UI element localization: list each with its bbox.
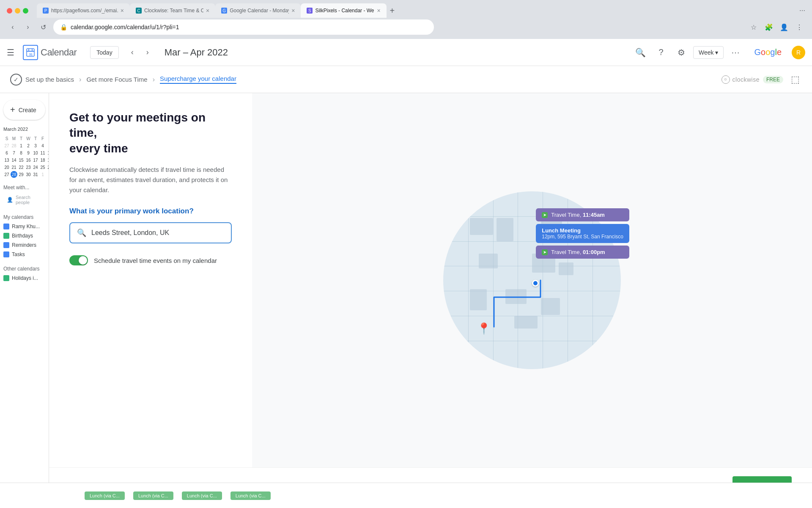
mini-day[interactable]: 1	[18, 142, 25, 149]
mini-day[interactable]: 27	[3, 171, 10, 178]
google-logo: Google	[754, 47, 782, 57]
search-people-placeholder: Search people	[16, 195, 42, 205]
mini-day[interactable]: 4	[39, 142, 46, 149]
calendar-item-holidays[interactable]: Holidays i...	[3, 273, 45, 283]
user-avatar[interactable]: R	[792, 46, 805, 59]
mini-day[interactable]: 6	[3, 149, 10, 156]
step-focus[interactable]: Get more Focus Time	[86, 76, 147, 83]
mini-day[interactable]: 18	[39, 157, 46, 163]
today-button[interactable]: Today	[90, 46, 118, 59]
map-illustration: 📍 ➤ Travel Time, 11:45am	[443, 191, 621, 369]
travel-time-card-1: ➤ Travel Time, 11:45am	[536, 208, 629, 221]
calendar-checkbox-reminders[interactable]	[3, 242, 9, 248]
apps-button[interactable]: ⋯	[727, 44, 744, 61]
travel-toggle[interactable]	[69, 255, 88, 265]
mini-day[interactable]: 23	[25, 164, 32, 171]
location-input[interactable]	[91, 229, 224, 237]
bg-calendar-strip: Lunch (via C... Lunch (via C... Lunch (v…	[0, 483, 812, 508]
calendar-name-ramy: Ramy Khu...	[12, 224, 40, 229]
bg-event-2: Lunch (via C...	[133, 491, 173, 500]
settings-button[interactable]: ⚙	[673, 44, 690, 61]
step-supercharge[interactable]: Supercharge your calendar	[160, 75, 236, 84]
minimize-button[interactable]	[15, 8, 20, 14]
calendar-item-ramy[interactable]: Ramy Khu...	[3, 222, 45, 231]
search-people-input[interactable]: 👤 Search people	[3, 192, 45, 207]
wizard-question: What is your primary work location?	[69, 207, 232, 215]
mini-day[interactable]: 3	[32, 142, 39, 149]
new-tab-button[interactable]: +	[387, 3, 398, 18]
browser-tab-4[interactable]: S SilkPixels - Calendar - Week o... ×	[301, 3, 386, 18]
mini-day[interactable]: 13	[3, 157, 10, 163]
prev-month-button[interactable]: ‹	[126, 46, 139, 59]
maximize-button[interactable]	[23, 8, 28, 14]
plus-icon: +	[10, 105, 15, 115]
browser-tab-3[interactable]: G Google Calendar - Monday, 28... ×	[215, 3, 301, 18]
mini-day[interactable]: 28	[11, 142, 17, 149]
mini-day[interactable]: 25	[39, 164, 46, 171]
reload-button[interactable]: ↺	[37, 21, 49, 33]
mini-day[interactable]: 31	[32, 171, 39, 178]
mini-day[interactable]: 1	[39, 171, 46, 178]
tab-close-4[interactable]: ×	[377, 7, 380, 14]
forward-nav-button[interactable]: ›	[22, 21, 34, 33]
step-navigation: ✓ Set up the basics › Get more Focus Tim…	[10, 74, 715, 86]
mini-day[interactable]: 9	[25, 149, 32, 156]
calendar-item-reminders[interactable]: Reminders	[3, 240, 45, 250]
location-input-container[interactable]: 🔍	[69, 222, 232, 243]
extension-icon[interactable]: 🧩	[763, 21, 775, 33]
calendar-item-tasks[interactable]: Tasks	[3, 250, 45, 259]
sidebar-toggle-icon[interactable]: ☰	[7, 47, 14, 58]
exit-wizard-button[interactable]: ⬚	[788, 73, 802, 86]
menu-icon[interactable]: ⋮	[793, 21, 805, 33]
travel-card-2-label: Travel Time, 01:00pm	[551, 249, 605, 255]
mini-day[interactable]: 29	[18, 171, 25, 178]
mini-day[interactable]: 20	[3, 164, 10, 171]
mini-day[interactable]: 14	[11, 157, 17, 163]
other-calendars-label: Other calendars	[3, 266, 45, 272]
mini-day[interactable]: 10	[32, 149, 39, 156]
calendar-item-birthdays[interactable]: Birthdays	[3, 231, 45, 240]
mini-day[interactable]: 17	[32, 157, 39, 163]
mini-day[interactable]: 7	[11, 149, 17, 156]
mini-day[interactable]: 24	[32, 164, 39, 171]
calendar-checkbox-tasks[interactable]	[3, 251, 9, 257]
mini-day[interactable]: 16	[25, 157, 32, 163]
mini-day[interactable]: 27	[3, 142, 10, 149]
close-button[interactable]	[7, 8, 12, 14]
create-label: Create	[19, 107, 36, 113]
browser-tab-2[interactable]: C Clockwise: Team Time & Calen... ×	[130, 3, 215, 18]
step-arrow-1: ›	[79, 76, 81, 83]
tab-close-3[interactable]: ×	[291, 7, 295, 14]
mini-day[interactable]: 11	[39, 149, 46, 156]
next-month-button[interactable]: ›	[141, 46, 154, 59]
step-supercharge-label: Supercharge your calendar	[160, 75, 236, 84]
help-button[interactable]: ?	[653, 44, 669, 61]
tab-close-1[interactable]: ×	[121, 7, 124, 14]
main-container: ☰ 31 Calendar Today ‹ › Mar – Apr 2022 🔍…	[0, 39, 812, 508]
mini-day[interactable]: 2	[25, 142, 32, 149]
address-bar[interactable]: 🔒 calendar.google.com/calendar/u/1/r?pli…	[53, 19, 434, 35]
mini-cal-grid: S M T W T F S 27 28 1 2 3 4 5 6 7 8	[3, 135, 45, 178]
create-button[interactable]: + Create	[3, 100, 45, 120]
tab-favicon-3: G	[221, 8, 227, 14]
step-basics[interactable]: ✓ Set up the basics	[10, 74, 74, 86]
mini-day[interactable]: 21	[11, 164, 17, 171]
search-button[interactable]: 🔍	[632, 44, 649, 61]
mini-day[interactable]: 8	[18, 149, 25, 156]
mini-day-today[interactable]: 28	[11, 171, 17, 178]
browser-tab-1[interactable]: P https://pageflows.com/_/emai... ×	[37, 3, 130, 18]
calendar-checkbox-birthdays[interactable]	[3, 233, 9, 239]
day-header-t1: T	[18, 135, 25, 142]
tab-close-2[interactable]: ×	[206, 7, 209, 14]
view-selector[interactable]: Week ▾	[693, 46, 724, 59]
map-start-pin: 📍	[477, 322, 491, 335]
calendar-checkbox-ramy[interactable]	[3, 224, 9, 229]
calendar-checkbox-holidays[interactable]	[3, 275, 9, 281]
mini-day[interactable]: 30	[25, 171, 32, 178]
mini-day[interactable]: 15	[18, 157, 25, 163]
mini-day[interactable]: 22	[18, 164, 25, 171]
profile-icon[interactable]: 👤	[778, 21, 790, 33]
back-nav-button[interactable]: ‹	[7, 21, 19, 33]
tab-label-4: SilkPixels - Calendar - Week o...	[315, 8, 374, 14]
bookmark-icon[interactable]: ☆	[748, 21, 760, 33]
